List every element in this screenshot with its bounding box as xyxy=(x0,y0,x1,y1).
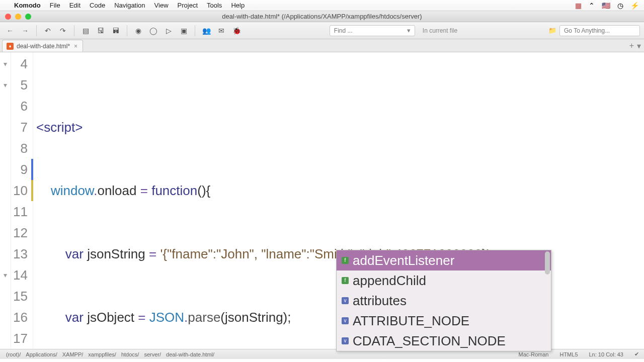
goto-input[interactable] xyxy=(559,25,640,36)
forward-button[interactable]: → xyxy=(19,25,31,36)
redo-button[interactable]: ↷ xyxy=(57,25,69,36)
menu-edit[interactable]: Edit xyxy=(69,2,80,9)
flag-icon[interactable]: 🇺🇸 xyxy=(602,2,610,10)
autocomplete-scrollbar[interactable] xyxy=(545,251,550,275)
tab-strip: ♦ deal-with-date.html* × + ▾ xyxy=(0,39,644,52)
tab-menu-button[interactable]: ▾ xyxy=(637,41,641,51)
fold-column[interactable]: ▾▾▾ xyxy=(0,52,11,349)
stop-button[interactable]: ◯ xyxy=(147,25,159,36)
users-button[interactable]: 👥 xyxy=(200,25,212,36)
function-badge-icon: f xyxy=(342,257,349,264)
breadcrumb[interactable]: htdocs/ xyxy=(120,351,140,357)
breadcrumb[interactable]: XAMPP/ xyxy=(61,351,85,357)
function-badge-icon: f xyxy=(342,277,349,284)
new-file-button[interactable]: ▤ xyxy=(79,25,92,36)
autocomplete-item-attribute-node[interactable]: vATTRIBUTE_NODE xyxy=(337,311,551,331)
folder-icon[interactable]: 📁 xyxy=(548,27,556,34)
menu-tools[interactable]: Tools xyxy=(207,2,222,9)
macos-menubar: Komodo File Edit Code Navigation View Pr… xyxy=(0,0,644,11)
menu-help[interactable]: Help xyxy=(231,2,245,9)
back-button[interactable]: ← xyxy=(4,25,16,36)
variable-badge-icon: v xyxy=(342,317,349,324)
line-number-gutter: 4567891011121314151617 xyxy=(11,52,33,349)
close-window-button[interactable] xyxy=(5,14,11,20)
preview-button[interactable]: ▣ xyxy=(178,25,190,36)
cursor-position-label: Ln: 10 Col: 43 xyxy=(589,351,624,357)
clock-icon[interactable]: ◷ xyxy=(617,2,623,10)
variable-badge-icon: v xyxy=(342,337,349,344)
menu-file[interactable]: File xyxy=(50,2,60,9)
menu-view[interactable]: View xyxy=(154,2,169,9)
save-all-button[interactable]: 🖬 xyxy=(110,25,122,36)
tab-label: deal-with-date.html* xyxy=(17,43,70,50)
autocomplete-item-appendchild[interactable]: fappendChild xyxy=(337,270,551,291)
scope-label[interactable]: In current file xyxy=(423,27,457,34)
variable-badge-icon: v xyxy=(342,297,349,304)
autocomplete-popup[interactable]: faddEventListener fappendChild vattribut… xyxy=(336,250,551,351)
autocomplete-item-addeventlistener[interactable]: faddEventListener xyxy=(337,250,551,270)
record-button[interactable]: ◉ xyxy=(132,25,144,36)
add-tab-button[interactable]: + xyxy=(629,41,634,51)
code-editor[interactable]: ▾▾▾ 4567891011121314151617 <script> wind… xyxy=(0,52,644,349)
status-check-icon[interactable]: ✔ xyxy=(634,351,639,357)
menulet-icon[interactable]: ▦ xyxy=(575,2,582,10)
autocomplete-item-cdata-section-node[interactable]: vCDATA_SECTION_NODE xyxy=(337,331,551,351)
zoom-window-button[interactable] xyxy=(25,14,31,20)
window-titlebar: deal-with-date.html* (/Applications/XAMP… xyxy=(0,11,644,22)
breadcrumb[interactable]: xamppfiles/ xyxy=(87,351,117,357)
debug-button[interactable]: 🐞 xyxy=(230,25,243,36)
menu-project[interactable]: Project xyxy=(178,2,198,9)
language-label[interactable]: HTML5 xyxy=(559,351,578,357)
find-input[interactable] xyxy=(330,25,415,36)
undo-button[interactable]: ↶ xyxy=(42,25,54,36)
mail-button[interactable]: ✉ xyxy=(215,25,227,36)
wifi-icon[interactable]: ⌃ xyxy=(589,2,595,10)
find-dropdown-icon[interactable]: ▾ xyxy=(407,27,411,34)
breadcrumb[interactable]: (root)/ xyxy=(5,351,22,357)
tab-deal-with-date[interactable]: ♦ deal-with-date.html* × xyxy=(2,40,83,52)
html-file-icon: ♦ xyxy=(7,43,14,50)
menu-app[interactable]: Komodo xyxy=(14,2,41,9)
close-tab-button[interactable]: × xyxy=(73,43,78,50)
battery-icon[interactable]: ⚡ xyxy=(630,2,639,10)
breadcrumb[interactable]: Applications/ xyxy=(25,351,58,357)
encoding-label[interactable]: Mac-Roman xyxy=(519,351,549,357)
window-title: deal-with-date.html* (/Applications/XAMP… xyxy=(0,13,644,20)
toolbar: ← → ↶ ↷ ▤ 🖫 🖬 ◉ ◯ ▷ ▣ 👥 ✉ 🐞 ▾ In current… xyxy=(0,22,644,39)
save-button[interactable]: 🖫 xyxy=(95,25,107,36)
menu-navigation[interactable]: Navigation xyxy=(114,2,145,9)
breadcrumb[interactable]: server/ xyxy=(143,351,162,357)
minimize-window-button[interactable] xyxy=(15,14,21,20)
play-button[interactable]: ▷ xyxy=(163,25,175,36)
breadcrumb[interactable]: deal-with-date.html/ xyxy=(165,351,215,357)
menu-code[interactable]: Code xyxy=(90,2,105,9)
autocomplete-item-attributes[interactable]: vattributes xyxy=(337,291,551,311)
